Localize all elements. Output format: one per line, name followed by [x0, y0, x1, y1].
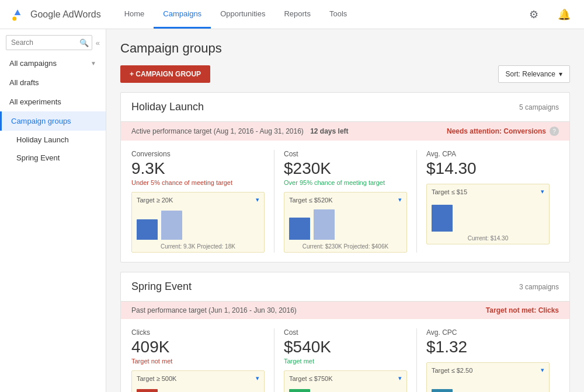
nav-campaigns[interactable]: Campaigns — [154, 0, 211, 29]
settings-icon[interactable]: ⚙ — [523, 4, 544, 25]
attention-label-spring: Target not met: Clicks — [486, 306, 559, 314]
card-title-holiday-launch: Holiday Launch — [131, 101, 204, 113]
metric-cost-spring: Cost $540K Target met Target ≤ $750K ▾ A… — [274, 328, 416, 392]
bar-current-cost-holiday — [289, 218, 310, 240]
nav-tools[interactable]: Tools — [320, 0, 356, 29]
sidebar-item-all-experiments[interactable]: All experiments — [0, 92, 106, 111]
bar-projected-cost-holiday — [314, 209, 335, 240]
sidebar-item-all-campaigns[interactable]: All campaigns ▼ — [0, 54, 106, 73]
main-nav: Home Campaigns Opportunities Reports Too… — [115, 0, 357, 29]
metric-cpa-holiday: Avg. CPA $14.30 Target ≤ $15 ▾ Current: … — [416, 150, 559, 253]
days-left-holiday: 12 days left — [310, 127, 348, 135]
logo: Google AdWords — [9, 6, 101, 23]
top-navigation: Google AdWords Home Campaigns Opportunit… — [0, 0, 584, 29]
sidebar-item-spring-event[interactable]: Spring Event — [0, 149, 106, 167]
chart-cost-holiday: Target ≤ $520K ▾ Current: $230K Projecte… — [284, 192, 407, 253]
search-icon: 🔍 — [79, 38, 89, 47]
nav-reports[interactable]: Reports — [274, 0, 320, 29]
attention-label-holiday: Needs attention: Conversions — [447, 127, 546, 135]
card-header-spring-event: Spring Event 3 campaigns — [121, 272, 569, 302]
sidebar-item-holiday-launch[interactable]: Holiday Launch — [0, 131, 106, 149]
chart-dropdown-conversions[interactable]: ▾ — [256, 196, 259, 204]
bar-current-conversions — [137, 219, 158, 240]
metrics-spring-event: Clicks 409K Target not met Target ≥ 500K… — [121, 319, 569, 392]
chart-cost-spring: Target ≤ $750K ▾ Actual: $540K — [284, 370, 407, 392]
main-layout: 🔍 « All campaigns ▼ All drafts All exper… — [0, 29, 584, 392]
notifications-icon[interactable]: 🔔 — [554, 4, 575, 25]
add-campaign-group-button[interactable]: + CAMPAIGN GROUP — [120, 65, 210, 83]
sidebar-collapse-icon[interactable]: « — [96, 38, 100, 47]
perf-bar-holiday-launch: Active performance target (Aug 1, 2016 -… — [121, 122, 569, 141]
bar-actual-clicks — [137, 389, 158, 392]
bar-current-cpa-holiday — [432, 205, 453, 232]
sort-dropdown[interactable]: Sort: Relevance ▾ — [498, 65, 570, 83]
chart-dropdown-cpa-holiday[interactable]: ▾ — [541, 188, 544, 195]
metric-clicks: Clicks 409K Target not met Target ≥ 500K… — [131, 328, 274, 392]
google-adwords-logo-icon — [9, 6, 26, 23]
nav-home[interactable]: Home — [115, 0, 154, 29]
page-title: Campaign groups — [120, 41, 222, 56]
chart-cpa-holiday: Target ≤ $15 ▾ Current: $14.30 — [426, 184, 550, 244]
bar-projected-conversions — [161, 211, 182, 240]
logo-text: Google AdWords — [30, 9, 101, 20]
nav-opportunities[interactable]: Opportunities — [211, 0, 274, 29]
nav-actions: ⚙ 🔔 — [523, 4, 575, 25]
sidebar: 🔍 « All campaigns ▼ All drafts All exper… — [0, 29, 106, 392]
metric-cpc-spring: Avg. CPC $1.32 Target ≤ $2.50 ▾ Actual: … — [416, 328, 559, 392]
svg-point-2 — [12, 16, 16, 20]
chart-cpc-spring: Target ≤ $2.50 ▾ Actual: $1.32 — [426, 362, 550, 392]
chart-dropdown-cost-spring[interactable]: ▾ — [398, 374, 402, 382]
bar-actual-cpc-spring — [432, 389, 453, 392]
chart-clicks: Target ≥ 500K ▾ Actual: 409K — [131, 370, 265, 392]
card-title-spring-event: Spring Event — [131, 281, 192, 293]
metric-conversions: Conversions 9.3K Under 5% chance of meet… — [131, 150, 274, 253]
metric-cost-holiday: Cost $230K Over 95% chance of meeting ta… — [274, 150, 416, 253]
help-icon-holiday[interactable]: ? — [550, 127, 559, 136]
campaigns-count-holiday-launch: 5 campaigns — [519, 103, 559, 111]
metrics-holiday-launch: Conversions 9.3K Under 5% chance of meet… — [121, 141, 569, 262]
sidebar-item-campaign-groups[interactable]: Campaign groups — [0, 111, 106, 131]
chart-dropdown-cpc-spring[interactable]: ▾ — [541, 366, 544, 374]
page-header: Campaign groups — [120, 41, 570, 56]
campaign-card-spring-event: Spring Event 3 campaigns Past performanc… — [120, 272, 570, 392]
campaign-card-holiday-launch: Holiday Launch 5 campaigns Active perfor… — [120, 92, 570, 262]
sidebar-item-all-drafts[interactable]: All drafts — [0, 73, 106, 92]
perf-bar-spring-event: Past performance target (Jun 1, 2016 - J… — [121, 302, 569, 319]
chart-dropdown-clicks[interactable]: ▾ — [256, 374, 259, 382]
bar-actual-cost-spring — [289, 389, 310, 392]
chart-dropdown-cost-holiday[interactable]: ▾ — [398, 196, 402, 204]
chevron-down-icon: ▼ — [91, 60, 96, 66]
card-header-holiday-launch: Holiday Launch 5 campaigns — [121, 93, 569, 122]
chevron-down-icon: ▾ — [559, 70, 562, 78]
main-content: Campaign groups + CAMPAIGN GROUP Sort: R… — [106, 29, 584, 392]
campaigns-count-spring-event: 3 campaigns — [519, 283, 559, 291]
chart-conversions: Target ≥ 20K ▾ Current: 9.3K Projected: … — [131, 192, 265, 253]
